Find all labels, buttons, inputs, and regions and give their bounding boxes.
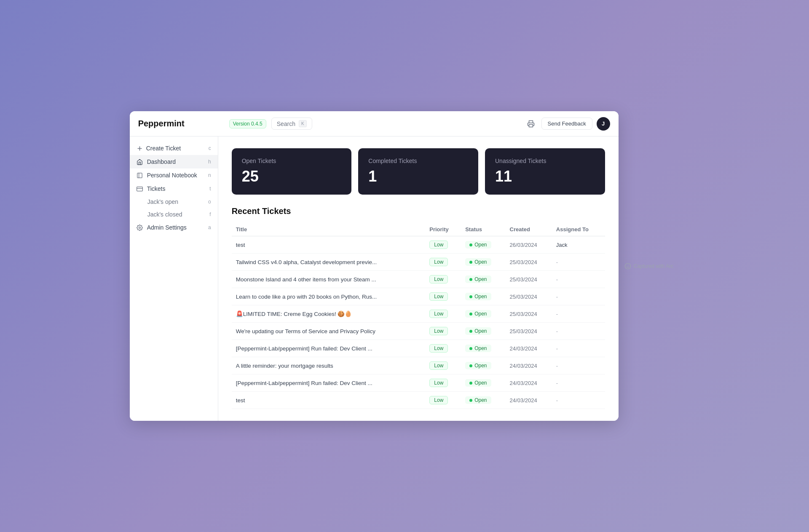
footer-label: Captured with Arc — [634, 263, 674, 269]
body: Create Ticket c Dashboard h — [130, 136, 619, 421]
admin-shortcut: a — [208, 225, 211, 230]
cell-created: 25/03/2024 — [506, 305, 552, 323]
cell-status: Open — [461, 323, 505, 340]
table-row[interactable]: Tailwind CSS v4.0 alpha, Catalyst develo… — [232, 254, 605, 271]
status-badge: Open — [465, 275, 491, 283]
cell-assigned: - — [552, 305, 605, 323]
header-right: Send Feedback J — [525, 117, 610, 131]
ticket-title: A little reminder: your mortgage results — [236, 363, 396, 369]
cell-status: Open — [461, 271, 505, 288]
col-assigned: Assigned To — [552, 223, 605, 236]
priority-badge: Low — [429, 327, 448, 335]
table-row[interactable]: [Peppermint-Lab/peppermint] Run failed: … — [232, 340, 605, 357]
status-badge: Open — [465, 396, 491, 404]
cell-priority: Low — [425, 271, 461, 288]
app-logo: Peppermint — [138, 119, 222, 128]
feedback-button[interactable]: Send Feedback — [541, 118, 592, 130]
ticket-title: 🚨LIMITED TIME: Creme Egg Cookies! 🍪🥚 — [236, 310, 396, 317]
section-title: Recent Tickets — [232, 206, 605, 216]
status-badge: Open — [465, 293, 491, 300]
cell-title: Moonstone Island and 4 other items from … — [232, 271, 426, 288]
ticket-title: [Peppermint-Lab/peppermint] Run failed: … — [236, 380, 396, 386]
tickets-table: Title Priority Status Created Assigned T… — [232, 223, 605, 409]
sidebar-item-dashboard[interactable]: Dashboard h — [130, 155, 218, 168]
cell-assigned: - — [552, 254, 605, 271]
tickets-shortcut: t — [209, 186, 211, 192]
search-button[interactable]: Search K — [271, 118, 312, 130]
cell-priority: Low — [425, 374, 461, 392]
sidebar-item-jacks-closed[interactable]: Jack's closed f — [130, 208, 218, 221]
cell-priority: Low — [425, 340, 461, 357]
cell-assigned: Jack — [552, 236, 605, 254]
table-row[interactable]: Learn to code like a pro with 20 books o… — [232, 288, 605, 305]
cell-created: 25/03/2024 — [506, 288, 552, 305]
cell-assigned: - — [552, 323, 605, 340]
avatar[interactable]: J — [597, 117, 610, 131]
svg-point-8 — [625, 263, 630, 269]
table-row[interactable]: test Low Open 26/03/2024 Jack — [232, 236, 605, 254]
ticket-title: Moonstone Island and 4 other items from … — [236, 276, 396, 283]
cell-assigned: - — [552, 374, 605, 392]
stat-card-completed: Completed Tickets 1 — [358, 148, 478, 195]
notebook-label: Personal Notebook — [147, 172, 197, 179]
table-row[interactable]: [Peppermint-Lab/peppermint] Run failed: … — [232, 374, 605, 392]
svg-rect-5 — [137, 187, 142, 191]
jacks-open-label: Jack's open — [147, 198, 179, 205]
cell-created: 24/03/2024 — [506, 392, 552, 409]
cell-status: Open — [461, 288, 505, 305]
create-ticket-item[interactable]: Create Ticket c — [130, 142, 218, 155]
recent-tickets-section: Recent Tickets Title Priority Status Cre… — [232, 206, 605, 409]
cell-status: Open — [461, 254, 505, 271]
ticket-title: test — [236, 397, 396, 404]
plus-icon — [137, 145, 143, 152]
dashboard-label: Dashboard — [147, 158, 176, 165]
create-ticket-label: Create Ticket — [146, 145, 181, 152]
cell-created: 25/03/2024 — [506, 254, 552, 271]
cell-assigned: - — [552, 357, 605, 374]
ticket-title: Learn to code like a pro with 20 books o… — [236, 294, 396, 300]
notebook-icon — [137, 172, 143, 179]
sidebar-item-tickets[interactable]: Tickets t — [130, 182, 218, 195]
print-button[interactable] — [525, 118, 537, 130]
stat-card-open: Open Tickets 25 — [232, 148, 352, 195]
col-title: Title — [232, 223, 426, 236]
jacks-open-shortcut: o — [208, 199, 211, 205]
cell-priority: Low — [425, 305, 461, 323]
stat-cards: Open Tickets 25 Completed Tickets 1 Unas… — [232, 148, 605, 195]
app-window: Peppermint Version 0.4.5 Search K Send F… — [130, 111, 619, 421]
priority-badge: Low — [429, 310, 448, 318]
sidebar-item-admin[interactable]: Admin Settings a — [130, 221, 218, 234]
svg-rect-3 — [137, 173, 142, 177]
printer-icon — [527, 120, 535, 128]
cell-title: A little reminder: your mortgage results — [232, 357, 426, 374]
cell-assigned: - — [552, 392, 605, 409]
cell-created: 26/03/2024 — [506, 236, 552, 254]
completed-tickets-label: Completed Tickets — [368, 158, 468, 164]
table-row[interactable]: test Low Open 24/03/2024 - — [232, 392, 605, 409]
cell-priority: Low — [425, 323, 461, 340]
cell-created: 25/03/2024 — [506, 323, 552, 340]
status-badge: Open — [465, 241, 491, 249]
open-tickets-label: Open Tickets — [242, 158, 342, 164]
table-row[interactable]: A little reminder: your mortgage results… — [232, 357, 605, 374]
status-badge: Open — [465, 379, 491, 387]
sidebar-item-jacks-open[interactable]: Jack's open o — [130, 195, 218, 208]
table-row[interactable]: 🚨LIMITED TIME: Creme Egg Cookies! 🍪🥚 Low… — [232, 305, 605, 323]
priority-badge: Low — [429, 344, 448, 353]
sidebar-item-notebook[interactable]: Personal Notebook n — [130, 168, 218, 182]
notebook-shortcut: n — [208, 172, 211, 178]
priority-badge: Low — [429, 292, 448, 301]
unassigned-tickets-value: 11 — [495, 168, 595, 185]
status-badge: Open — [465, 345, 491, 352]
status-dot — [469, 313, 472, 315]
search-shortcut: K — [299, 120, 307, 127]
cell-priority: Low — [425, 254, 461, 271]
jacks-closed-label: Jack's closed — [147, 211, 182, 218]
priority-badge: Low — [429, 258, 448, 266]
status-dot — [469, 399, 472, 402]
table-row[interactable]: We're updating our Terms of Service and … — [232, 323, 605, 340]
cell-assigned: - — [552, 340, 605, 357]
table-row[interactable]: Moonstone Island and 4 other items from … — [232, 271, 605, 288]
svg-rect-0 — [529, 124, 533, 127]
status-dot — [469, 330, 472, 333]
